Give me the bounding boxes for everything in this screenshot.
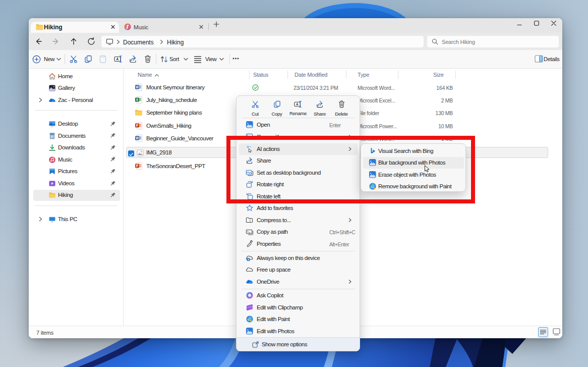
svg-text:P: P xyxy=(136,164,139,168)
svg-text:W: W xyxy=(136,136,139,140)
svg-text:X: X xyxy=(136,98,139,101)
svg-text:P: P xyxy=(136,123,139,127)
svg-text:W: W xyxy=(136,85,139,89)
